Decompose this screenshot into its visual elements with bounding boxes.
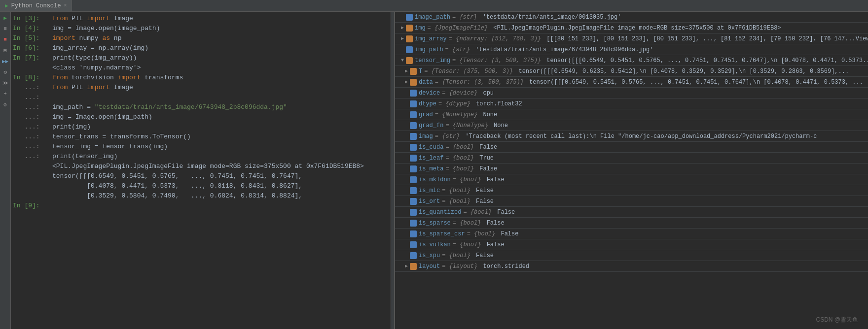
var-icon-is-mlc (410, 187, 417, 194)
var-item-is-mkldnn[interactable]: ▶ is_mkldnn = {bool} False (395, 174, 868, 185)
var-expand-is-sparse-csr: ▶ (403, 230, 410, 237)
var-name-imag: imag (419, 131, 433, 142)
var-icon-is-mkldnn (410, 176, 417, 183)
line-content-tensor1: tensor([[[0.6549, 0.5451, 0.5765, ..., 0… (52, 171, 389, 181)
var-item-is-leaf[interactable]: ▶ is_leaf = {bool} True (395, 153, 868, 164)
line-prefix-9: In [9]: (13, 201, 52, 211)
var-name-tensor-img: tensor_img (415, 55, 450, 66)
var-expand-img[interactable]: ▶ (399, 25, 406, 32)
var-item-img-array[interactable]: ▶ img_array = {ndarray: (512, 768, 3)} [… (395, 33, 868, 44)
var-value-grad: None (483, 109, 497, 120)
console-line-3: In [3]: from PIL import Image (11, 14, 391, 24)
left-toolbar: ▶ ≡ ■ ⊟ ▶▶ ⚙ ≫ + ⊙ (0, 12, 11, 329)
var-icon-imag (410, 133, 417, 140)
console-line-9[interactable]: In [9]: (11, 201, 391, 211)
var-type-tensor-img: = {Tensor: (3, 500, 375)} (452, 55, 544, 66)
timer-icon[interactable]: ⊙ (1, 100, 9, 108)
var-item-layout[interactable]: ▶ layout = {layout} torch.strided (395, 261, 868, 272)
var-item-is-cuda[interactable]: ▶ is_cuda = {bool} False (395, 142, 868, 153)
add-icon[interactable]: + (1, 90, 9, 98)
var-icon-T (410, 68, 417, 75)
console-line-cont8: ...: print(tensor_img) (11, 152, 391, 162)
var-item-is-mlc[interactable]: ▶ is_mlc = {bool} False (395, 185, 868, 196)
var-item-grad[interactable]: ▶ grad = {NoneType} None (395, 109, 868, 120)
var-expand-data[interactable]: ▶ (403, 79, 410, 86)
var-expand-is-sparse: ▶ (403, 220, 410, 227)
var-name-is-quantized: is_quantized (419, 207, 461, 218)
python-console-tab[interactable]: ▶ Python Console × (0, 0, 72, 11)
var-item-is-ort[interactable]: ▶ is_ort = {bool} False (395, 196, 868, 207)
line-content-cont1: from PIL import Image (52, 83, 389, 93)
var-name-img-array: img_array (415, 33, 447, 44)
var-item-dtype[interactable]: ▶ dtype = {dtype} torch.float32 (395, 99, 868, 109)
var-icon-is-xpu (410, 252, 417, 259)
run-icon[interactable]: ▶ (1, 14, 9, 22)
var-type-T: = {Tensor: (375, 500, 3)} (424, 66, 516, 77)
var-expand-img-array[interactable]: ▶ (399, 35, 406, 42)
var-expand-placeholder: ▶ (399, 14, 406, 21)
var-icon-img-array (406, 35, 413, 42)
more-icon[interactable]: ≫ (1, 79, 9, 87)
line-prefix-6: In [6]: (13, 43, 52, 53)
var-name-is-ort: is_ort (419, 196, 440, 207)
line-content-tensor2: [0.4078, 0.4471, 0.5373, ..., 0.8118, 0.… (52, 181, 389, 191)
var-icon-dtype (410, 100, 417, 107)
var-icon-is-cuda (410, 144, 417, 151)
var-item-data[interactable]: ▶ data = {Tensor: (3, 500, 375)} tensor(… (395, 77, 868, 88)
var-item-imag[interactable]: ▶ imag = {str} 'Traceback (most recent c… (395, 131, 868, 142)
print-icon[interactable]: ⊟ (1, 46, 9, 54)
var-value-dtype: torch.float32 (476, 99, 522, 109)
line-content-3: from PIL import Image (52, 14, 389, 24)
line-prefix-8: In [8]: (13, 73, 52, 83)
console-output-tensor2: [0.4078, 0.4471, 0.5373, ..., 0.8118, 0.… (11, 181, 391, 191)
var-item-tensor-img[interactable]: ▼ tensor_img = {Tensor: (3, 500, 375)} t… (395, 55, 868, 66)
var-value-is-sparse: False (487, 218, 505, 229)
line-content-out7: <class 'numpy.ndarray'> (52, 63, 389, 73)
variables-panel[interactable]: ▶ image_path = {str} 'testdata/train/ant… (395, 12, 868, 329)
var-item-is-xpu[interactable]: ▶ is_xpu = {bool} False (395, 250, 868, 261)
var-icon-is-vulkan (410, 241, 417, 248)
var-name-data: data (419, 77, 433, 88)
var-value-img: <PIL.JpegImagePlugin.JpegImageFile image… (493, 23, 781, 33)
var-item-grad-fn[interactable]: ▶ grad_fn = {NoneType} None (395, 120, 868, 131)
panel-divider[interactable] (391, 12, 395, 329)
var-item-is-sparse-csr[interactable]: ▶ is_sparse_csr = {bool} False (395, 229, 868, 239)
var-item-is-meta[interactable]: ▶ is_meta = {bool} False (395, 164, 868, 174)
settings-icon[interactable]: ⚙ (1, 68, 9, 76)
var-icon-is-meta (410, 165, 417, 172)
line-prefix-cont5: ...: (13, 122, 52, 132)
stop-icon[interactable]: ■ (1, 35, 9, 43)
var-name-is-xpu: is_xpu (419, 250, 440, 261)
var-type-is-quantized: = {bool} (463, 207, 495, 218)
debug-icon[interactable]: ▶▶ (1, 57, 9, 65)
var-item-img[interactable]: ▶ img = {JpegImageFile} <PIL.JpegImagePl… (395, 23, 868, 33)
var-icon-is-sparse-csr (410, 230, 417, 237)
tab-close-button[interactable]: × (64, 3, 67, 8)
var-value-is-ort: False (476, 196, 494, 207)
list-icon[interactable]: ≡ (1, 25, 9, 33)
var-expand-layout[interactable]: ▶ (403, 263, 410, 270)
console-line-6: In [6]: img_array = np.array(img) (11, 43, 391, 53)
var-item-is-quantized[interactable]: ▶ is_quantized = {bool} False (395, 207, 868, 218)
var-icon-grad-fn (410, 122, 417, 129)
console-output-pil: <PIL.JpegImagePlugin.JpegImageFile image… (11, 162, 391, 171)
var-item-image-path[interactable]: ▶ image_path = {str} 'testdata/train/ant… (395, 12, 868, 23)
var-expand-T[interactable]: ▶ (403, 68, 410, 75)
tab-icon: ▶ (5, 2, 8, 9)
var-item-T[interactable]: ▶ T = {Tensor: (375, 500, 3)} tensor([[[… (395, 66, 868, 77)
var-value-is-cuda: False (479, 142, 497, 153)
var-item-img-path[interactable]: ▶ img_path = {str} 'testdata/train/ants_… (395, 44, 868, 55)
line-content-7: print(type(img_array)) (52, 53, 389, 63)
console-area[interactable]: In [3]: from PIL import Image In [4]: im… (11, 12, 391, 329)
var-type-device: = {device} (442, 88, 481, 99)
var-expand-tensor-img[interactable]: ▼ (399, 57, 406, 64)
var-item-device[interactable]: ▶ device = {device} cpu (395, 88, 868, 99)
line-content-cont8: print(tensor_img) (52, 152, 389, 162)
var-item-is-vulkan[interactable]: ▶ is_vulkan = {bool} False (395, 239, 868, 250)
var-item-is-sparse[interactable]: ▶ is_sparse = {bool} False (395, 218, 868, 229)
var-icon-is-quantized (410, 209, 417, 216)
var-icon-grad (410, 111, 417, 118)
var-name-img-path: img_path (415, 44, 443, 55)
line-content-cont4: img = Image.open(img_path) (52, 112, 389, 122)
var-expand-is-mlc: ▶ (403, 187, 410, 194)
